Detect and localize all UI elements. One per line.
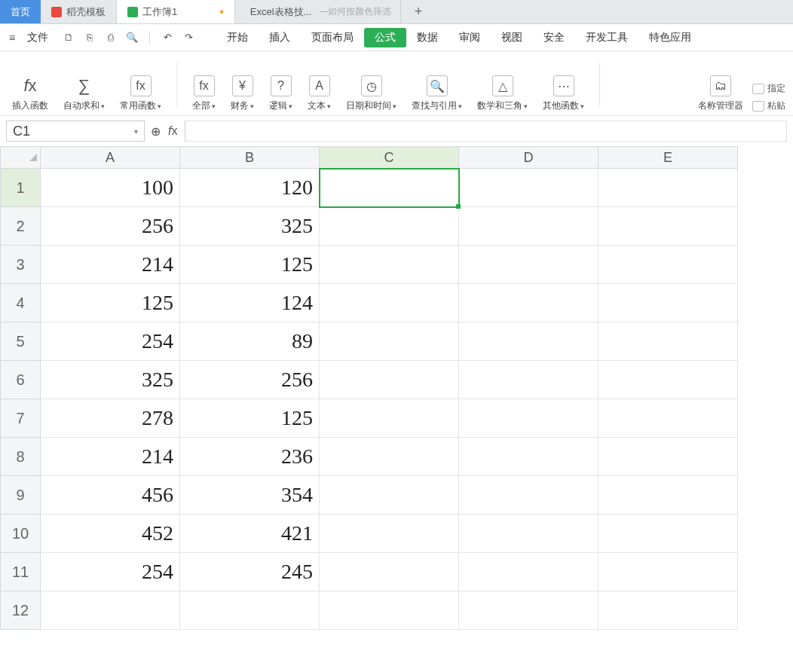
fx-icon[interactable]: fx [168, 124, 177, 138]
cell-B3[interactable]: 125 [180, 246, 320, 284]
cell-C10[interactable] [320, 515, 459, 553]
cell-E1[interactable] [599, 169, 738, 207]
insert-function-button[interactable]: fx 插入函数 [8, 75, 53, 112]
name-manager-button[interactable]: 🗂 名称管理器 [693, 75, 748, 112]
tab-excel-tips[interactable]: Excel表格技... —如何按颜色筛选 ◻ ⁞ [235, 0, 401, 23]
cell-B4[interactable]: 124 [180, 284, 320, 322]
print-icon[interactable]: ⎙ [104, 31, 118, 44]
cell-E11[interactable] [599, 553, 738, 591]
cell-B9[interactable]: 354 [180, 476, 320, 515]
cell-A1[interactable]: 100 [41, 169, 180, 207]
cell-D2[interactable] [459, 207, 599, 246]
cell-A3[interactable]: 214 [41, 246, 180, 284]
cell-D1[interactable] [459, 169, 599, 207]
save-as-icon[interactable]: ⎘ [83, 31, 96, 44]
cell-C1[interactable] [320, 169, 459, 207]
column-header-D[interactable]: D [459, 146, 599, 169]
datetime-functions-button[interactable]: ◷ 日期和时间▾ [341, 75, 401, 112]
hamburger-icon[interactable]: ≡ [6, 30, 18, 45]
paste-name-button[interactable]: 粘贴 [752, 99, 785, 112]
undo-icon[interactable]: ↶ [161, 31, 174, 44]
save-icon[interactable]: 🗋 [62, 31, 75, 44]
cell-E5[interactable] [599, 322, 738, 361]
cell-A2[interactable]: 256 [41, 207, 180, 246]
cell-C5[interactable] [320, 322, 459, 361]
row-header-8[interactable]: 8 [0, 438, 41, 476]
cell-D3[interactable] [459, 246, 599, 284]
tab-templates[interactable]: 稻壳模板 [41, 0, 117, 23]
cell-A10[interactable]: 452 [41, 515, 180, 553]
column-header-B[interactable]: B [180, 146, 320, 169]
ribbon-tab-6[interactable]: 视图 [491, 28, 533, 47]
cell-D7[interactable] [459, 399, 599, 438]
cell-D5[interactable] [459, 322, 599, 361]
cell-C6[interactable] [320, 361, 459, 399]
ribbon-tab-8[interactable]: 开发工具 [575, 28, 638, 47]
chevron-down-icon[interactable]: ▾ [134, 127, 138, 136]
formula-input[interactable] [185, 121, 787, 142]
row-header-12[interactable]: 12 [0, 591, 41, 630]
cell-B7[interactable]: 125 [180, 399, 320, 438]
cell-D11[interactable] [459, 553, 599, 591]
lookup-functions-button[interactable]: 🔍 查找与引用▾ [407, 75, 467, 112]
cell-A8[interactable]: 214 [41, 438, 180, 476]
ribbon-tab-4[interactable]: 数据 [406, 28, 449, 47]
cell-D4[interactable] [459, 284, 599, 322]
cell-B1[interactable]: 120 [180, 169, 320, 207]
cell-B11[interactable]: 245 [180, 553, 320, 591]
tab-workbook-1[interactable]: 工作簿1 • [117, 0, 235, 23]
column-header-C[interactable]: C [320, 146, 459, 169]
redo-icon[interactable]: ↷ [182, 31, 195, 44]
ribbon-tab-9[interactable]: 特色应用 [638, 28, 702, 47]
row-header-11[interactable]: 11 [0, 553, 41, 591]
cell-A7[interactable]: 278 [41, 399, 180, 438]
logical-functions-button[interactable]: ? 逻辑▾ [265, 75, 297, 112]
cell-B5[interactable]: 89 [180, 322, 320, 361]
cell-C2[interactable] [320, 207, 459, 246]
column-header-E[interactable]: E [599, 146, 738, 169]
cell-D6[interactable] [459, 361, 599, 399]
row-header-10[interactable]: 10 [0, 515, 41, 553]
cell-E12[interactable] [599, 591, 738, 630]
cell-E4[interactable] [599, 284, 738, 322]
cell-C7[interactable] [320, 399, 459, 438]
column-header-A[interactable]: A [41, 146, 180, 169]
cell-D9[interactable] [459, 476, 599, 515]
cell-E8[interactable] [599, 438, 738, 476]
cell-C9[interactable] [320, 476, 459, 515]
row-header-3[interactable]: 3 [0, 246, 41, 284]
cell-A12[interactable] [41, 591, 180, 630]
cell-C4[interactable] [320, 284, 459, 322]
cell-D8[interactable] [459, 438, 599, 476]
ribbon-tab-0[interactable]: 开始 [216, 28, 259, 47]
name-box[interactable]: C1 ▾ [6, 121, 145, 142]
cell-D12[interactable] [459, 591, 599, 630]
cell-E3[interactable] [599, 246, 738, 284]
cell-C12[interactable] [320, 591, 459, 630]
common-functions-button[interactable]: fx 常用函数▾ [115, 75, 166, 112]
row-header-9[interactable]: 9 [0, 476, 41, 515]
ribbon-tab-1[interactable]: 插入 [259, 28, 301, 47]
ribbon-tab-5[interactable]: 审阅 [449, 28, 491, 47]
autosum-button[interactable]: ∑ 自动求和▾ [59, 75, 109, 112]
tab-home[interactable]: 首页 [0, 0, 41, 23]
other-functions-button[interactable]: ⋯ 其他函数▾ [538, 75, 589, 112]
cell-A4[interactable]: 125 [41, 284, 180, 322]
row-header-5[interactable]: 5 [0, 322, 41, 361]
print-preview-icon[interactable]: 🔍 [125, 31, 139, 44]
ribbon-tab-3[interactable]: 公式 [364, 28, 406, 47]
cell-A9[interactable]: 456 [41, 476, 180, 515]
cell-E10[interactable] [599, 515, 738, 553]
financial-functions-button[interactable]: ¥ 财务▾ [226, 75, 259, 112]
cell-D10[interactable] [459, 515, 599, 553]
zoom-icon[interactable]: ⊕ [151, 124, 161, 139]
all-functions-button[interactable]: fx 全部▾ [188, 75, 220, 112]
text-functions-button[interactable]: A 文本▾ [303, 75, 335, 112]
row-header-7[interactable]: 7 [0, 399, 41, 438]
math-functions-button[interactable]: △ 数学和三角▾ [473, 75, 532, 112]
cell-A11[interactable]: 254 [41, 553, 180, 591]
select-all-corner[interactable] [0, 146, 41, 169]
row-header-1[interactable]: 1 [0, 169, 41, 207]
cell-B12[interactable] [180, 591, 320, 630]
cell-B10[interactable]: 421 [180, 515, 320, 553]
